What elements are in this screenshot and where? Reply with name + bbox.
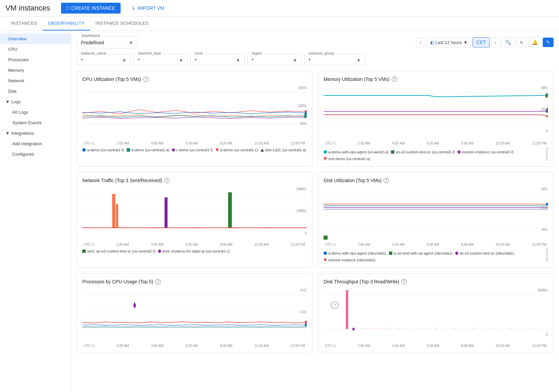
cpu-chart-svg (82, 86, 307, 133)
sidebar-item-network[interactable]: Network (0, 75, 71, 86)
content-area: Dashboard Predefined ▼ ‹ ◐ Last 12 hours… (71, 31, 559, 389)
svg-rect-55 (529, 328, 530, 329)
sidebar-item-cpu[interactable]: CPU (0, 44, 71, 55)
disk-throughput-help-icon[interactable]: ? (401, 279, 407, 284)
legend-a-demo-ops: a-demo-with-ops-agent (us-west2-a) (324, 150, 388, 154)
chart-memory-utilization: Memory Utilization (Top 5 VMs) ? 40% 20%… (318, 71, 554, 167)
cpu-legend: a-demo (us-central1-f) b-demo (us-centra… (82, 148, 307, 152)
disk-help-icon[interactable]: ? (384, 178, 389, 183)
sidebar-item-add-integration[interactable]: Add Integration (0, 138, 71, 149)
processes-help-icon[interactable]: ? (155, 279, 161, 284)
svg-rect-21 (228, 192, 232, 228)
svg-point-31 (305, 323, 307, 327)
chevron-down-icon: ▼ (5, 99, 10, 104)
cpu-y-mid: 100% (298, 104, 307, 108)
legend-triangle-test-1q31 (261, 149, 264, 152)
svg-rect-46 (398, 328, 399, 329)
tab-observability[interactable]: OBSERVABILITY (43, 17, 90, 30)
disk-chart-svg (324, 187, 548, 235)
svg-rect-50 (436, 328, 437, 329)
disk-throughput-chart-svg: ? (324, 288, 548, 336)
main-layout: Overview CPU Processes Memory Network Di… (0, 31, 559, 389)
dashboard-select-label: Dashboard (80, 34, 101, 38)
disk-scrollbar[interactable] (546, 248, 548, 262)
legend-diamond-c-demo (171, 148, 175, 152)
edit-button[interactable]: ✎ (543, 38, 554, 47)
filter-instance-name[interactable]: instance_name * ▼ (77, 54, 131, 65)
disk-throughput-y-max: 5MiB/s (537, 288, 548, 292)
nav-tabs: INSTANCES OBSERVABILITY INSTANCE SCHEDUL… (0, 17, 559, 31)
legend-sent-e2: sent: an-e2-custom-test-sc (us-central1-… (82, 249, 156, 253)
svg-marker-37 (352, 327, 355, 331)
svg-point-25 (546, 202, 548, 206)
memory-y-mid: 20% (541, 108, 548, 111)
prev-time-button[interactable]: ‹ (416, 37, 425, 47)
svg-rect-51 (454, 328, 455, 329)
legend-sent-static: sent: instance-for-static-ip (us-central… (158, 249, 230, 253)
chart-network-title: Network Traffic (Top 3 Sent/Received) ? (82, 178, 307, 183)
svg-rect-45 (387, 328, 388, 329)
filter-region[interactable]: region * ▼ (247, 54, 302, 65)
legend-item-a-demo: a-demo (us-central1-f) (82, 148, 124, 152)
alert-button[interactable]: 🔔 (528, 37, 541, 47)
sidebar-group-integrations[interactable]: ▼ Integrations (0, 128, 71, 138)
disk-throughput-y-min: 0 (546, 333, 548, 336)
search-button[interactable]: 🔍 (501, 37, 515, 47)
timezone-button[interactable]: CET (473, 37, 490, 47)
memory-legend-wrap: a-demo-with-ops-agent (us-west2-a) an-e2… (324, 147, 548, 161)
filter-machine-type[interactable]: machine_type * ▼ (133, 54, 188, 65)
svg-text:?: ? (334, 304, 336, 308)
cpu-chart-area: 150% 100% 50% (82, 86, 307, 140)
chart-processes-title: Processes by CPU Usage (Top 5) ? (82, 279, 307, 284)
time-dropdown-icon: ▼ (463, 40, 468, 45)
memory-help-icon[interactable]: ? (392, 77, 397, 82)
page-title: VM instances (5, 4, 50, 13)
time-range-button[interactable]: ◐ Last 12 hours ▼ (427, 38, 472, 47)
import-vm-button[interactable]: ⇓ IMPORT VM (126, 3, 170, 14)
chart-disk-throughput: Disk Throughput (Top 3 Read/Write) ? 5Mi… (318, 273, 554, 353)
sidebar-item-all-logs[interactable]: All Logs (0, 107, 71, 117)
svg-marker-29 (133, 302, 136, 309)
dashboard-controls: Dashboard Predefined ▼ ‹ ◐ Last 12 hours… (77, 36, 554, 48)
filter-dropdown-icon: ▼ (236, 58, 240, 63)
sidebar-item-processes[interactable]: Processes (0, 55, 71, 65)
svg-rect-49 (428, 328, 429, 329)
sidebar-group-logs[interactable]: ▼ Logs (0, 96, 71, 107)
filter-dropdown-icon: ▼ (122, 58, 126, 63)
svg-rect-19 (116, 204, 118, 228)
tab-instance-schedules[interactable]: INSTANCE SCHEDULES (90, 17, 154, 30)
sidebar-item-overview[interactable]: Overview (0, 34, 71, 44)
filter-zone[interactable]: zone * ▼ (190, 54, 245, 65)
disk-legend-wrap: a-demo-with-ops-agent (/dev/sda1) a-vm-t… (324, 248, 548, 262)
cpu-help-icon[interactable]: ? (143, 77, 149, 82)
processes-chart-svg (82, 288, 307, 336)
memory-y-max: 40% (541, 86, 548, 90)
svg-rect-20 (165, 197, 168, 228)
legend-triangle-d-demo (215, 149, 219, 152)
create-instance-button[interactable]: □ CREATE INSTANCE (61, 3, 121, 14)
filter-dropdown-icon: ▼ (356, 58, 361, 63)
memory-x-axis: UTC+12:00 AM4:00 AM6:00 AM8:00 AM10:00 A… (324, 141, 548, 145)
network-help-icon[interactable]: ? (164, 178, 170, 183)
legend-item-c-demo: c-demo (us-central1-f) (172, 148, 213, 152)
memory-scrollbar[interactable] (546, 147, 548, 161)
chart-processes: Processes by CPU Usage (Top 5) ? 0.02 0.… (77, 273, 312, 353)
sidebar-item-memory[interactable]: Memory (0, 65, 71, 75)
chart-memory-title: Memory Utilization (Top 5 VMs) ? (324, 77, 548, 82)
tab-instances[interactable]: INSTANCES (5, 17, 43, 30)
cpu-x-axis: UTC+12:00 AM4:00 AM6:00 AM8:00 AM10:00 A… (82, 141, 307, 145)
sidebar-item-configured[interactable]: Configured (0, 149, 71, 159)
chart-disk-title: Disk Utilization (Top 5 VMs) ? (324, 178, 548, 183)
sidebar-item-system-events[interactable]: System Events (0, 117, 71, 128)
filter-dropdown-icon: ▼ (293, 58, 297, 63)
compare-button[interactable]: ⇆ (516, 38, 527, 47)
svg-rect-41 (372, 328, 373, 329)
filter-instance-group[interactable]: instance_group * ▼ (304, 54, 365, 65)
legend-square-b-demo (127, 148, 130, 152)
next-time-button[interactable]: › (491, 37, 500, 47)
svg-rect-43 (380, 328, 381, 329)
import-icon: ⇓ (131, 5, 136, 11)
memory-chart-area: 40% 20% 0 (324, 86, 548, 140)
sidebar-item-disk[interactable]: Disk (0, 86, 71, 96)
svg-rect-42 (376, 328, 377, 329)
